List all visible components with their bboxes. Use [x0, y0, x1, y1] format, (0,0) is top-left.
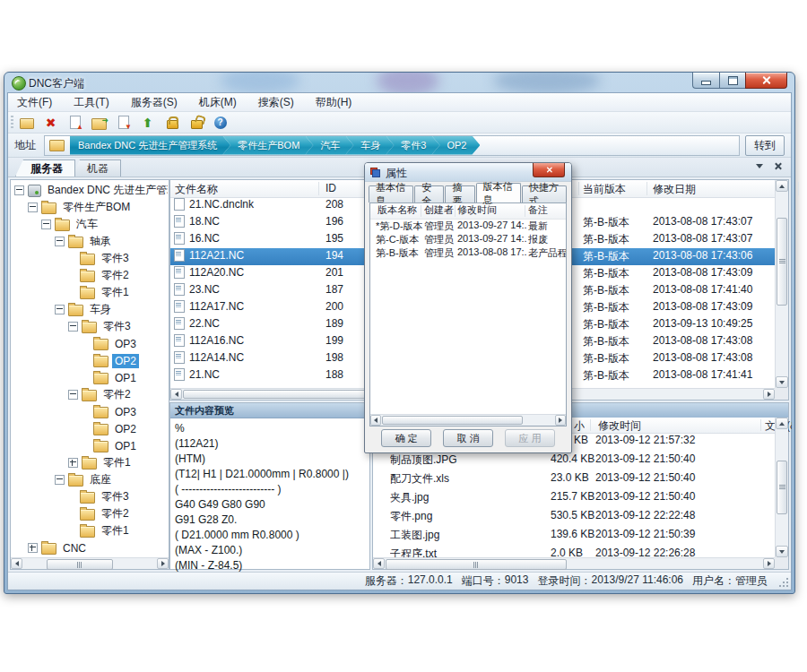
unlock-icon[interactable]: [188, 116, 204, 130]
version-row[interactable]: 第-C-版本管理员2013-09-27 14:...报废: [370, 233, 566, 246]
dialog-tab[interactable]: 基本信息: [369, 185, 413, 202]
scroll-left-icon[interactable]: [11, 558, 22, 569]
tree-item[interactable]: 零件生产BOM: [12, 199, 168, 216]
scroll-right-icon[interactable]: [763, 558, 775, 569]
attachment-row[interactable]: 子程序.txt2.0 KB2013-09-12 22:26:28: [373, 546, 775, 557]
tree-item[interactable]: 轴承: [12, 233, 168, 250]
attachment-row[interactable]: 零件.png530.5 KB2013-09-12 22:22:48: [373, 508, 775, 527]
maximize-button[interactable]: [719, 73, 745, 89]
scroll-up-icon[interactable]: [776, 180, 788, 192]
scrollbar-thumb[interactable]: [777, 218, 787, 306]
tree-expander-icon[interactable]: [41, 220, 51, 229]
scroll-right-icon[interactable]: [157, 558, 169, 569]
scrollbar-thumb[interactable]: [382, 416, 523, 425]
dialog-tab[interactable]: 快捷方式: [522, 185, 567, 202]
scroll-right-icon[interactable]: [555, 415, 566, 426]
go-button[interactable]: 转到: [745, 135, 785, 156]
attachment-hscrollbar[interactable]: [373, 557, 775, 569]
column-header-id[interactable]: ID: [325, 182, 336, 194]
panel-tab[interactable]: 服务器: [15, 159, 75, 177]
scroll-left-icon[interactable]: [373, 558, 385, 569]
new-folder-icon[interactable]: [19, 116, 34, 130]
tree-item[interactable]: 底座: [12, 471, 168, 488]
column-header-date[interactable]: 修改日期: [653, 182, 696, 197]
title-bar[interactable]: DNC客户端: [4, 73, 794, 92]
attachment-row[interactable]: 工装图.jpg139.6 KB2013-09-12 21:50:39: [373, 527, 775, 546]
tree-expander-icon[interactable]: [28, 543, 38, 553]
scroll-left-icon[interactable]: [170, 389, 182, 400]
column-header-note[interactable]: 备注: [528, 203, 566, 217]
close-panel-icon[interactable]: [774, 162, 782, 170]
menu-item[interactable]: 搜索(S): [258, 95, 294, 110]
tree-item[interactable]: 零件2: [12, 267, 168, 284]
tree-item[interactable]: 零件1: [12, 454, 168, 471]
tree-expander-icon[interactable]: [55, 475, 65, 485]
address-field[interactable]: Bandex DNC 先进生产管理系统零件生产BOM汽车车身零件3OP2: [44, 135, 740, 156]
tree-item[interactable]: OP3: [12, 403, 168, 420]
tree-item[interactable]: OP3: [12, 335, 168, 352]
breadcrumb-segment[interactable]: 零件生产BOM: [222, 136, 313, 155]
minimize-button[interactable]: [692, 73, 719, 89]
dialog-tab[interactable]: 安全: [414, 185, 444, 202]
checkout-file-icon[interactable]: [116, 116, 131, 130]
tree-item[interactable]: CNC: [12, 539, 168, 556]
column-header-creator[interactable]: 创建者: [424, 203, 456, 217]
column-header-version-name[interactable]: 版本名称: [377, 203, 424, 217]
scroll-right-icon[interactable]: [763, 389, 775, 400]
lock-icon[interactable]: [164, 116, 179, 130]
tree-hscrollbar[interactable]: [11, 557, 169, 569]
tree-item[interactable]: OP2: [12, 352, 168, 369]
menu-item[interactable]: 文件(F): [17, 95, 52, 110]
scrollbar-thumb[interactable]: [777, 461, 787, 514]
tree-expander-icon[interactable]: [68, 390, 78, 400]
tree-expander-icon[interactable]: [68, 458, 78, 468]
checkin-file-icon[interactable]: [67, 116, 82, 130]
resize-grip-icon[interactable]: [779, 578, 788, 587]
tree-item[interactable]: 零件3: [12, 318, 168, 335]
panel-tab[interactable]: 机器: [72, 159, 121, 177]
open-folder-icon[interactable]: [91, 116, 107, 130]
dialog-tab[interactable]: 摘要: [445, 185, 474, 202]
cancel-button[interactable]: 取 消: [443, 429, 493, 447]
column-header-name[interactable]: 文件名称: [175, 182, 218, 197]
attachment-vscrollbar[interactable]: [775, 418, 788, 557]
close-button[interactable]: [745, 73, 787, 89]
dialog-hscrollbar[interactable]: [370, 414, 566, 426]
tree-item[interactable]: 车身: [12, 301, 168, 318]
tree-item[interactable]: 零件3: [12, 250, 168, 267]
tree-item[interactable]: 汽车: [12, 216, 168, 233]
column-header-version[interactable]: 当前版本: [583, 182, 626, 197]
menu-item[interactable]: 帮助(H): [316, 95, 352, 110]
tree-item[interactable]: 零件3: [12, 488, 168, 505]
tree-expander-icon[interactable]: [68, 322, 78, 332]
menu-item[interactable]: 服务器(S): [131, 95, 178, 110]
tree-item[interactable]: 零件1: [12, 284, 168, 301]
tree-item[interactable]: OP1: [12, 369, 168, 386]
tree-expander-icon[interactable]: [28, 202, 38, 212]
dialog-tab[interactable]: 版本信息: [476, 183, 521, 202]
scrollbar-thumb[interactable]: [47, 559, 113, 570]
version-row[interactable]: 第-B-版本管理员2013-08-08 17:...老产品程序: [370, 246, 566, 260]
help-icon[interactable]: [213, 116, 228, 130]
delete-icon[interactable]: [43, 116, 58, 130]
dialog-close-button[interactable]: [533, 163, 565, 177]
attachment-row[interactable]: 制品顶图.JPG420.4 KB2013-09-12 21:50:40: [373, 452, 775, 470]
attachment-row[interactable]: 夹具.jpg215.7 KB2013-09-12 21:50:40: [373, 489, 775, 508]
version-row[interactable]: *第-D-版本管理员2013-09-27 14:...最新: [370, 220, 566, 233]
tree-item[interactable]: 零件1: [12, 522, 168, 539]
column-header-time[interactable]: 修改时间: [598, 418, 641, 434]
breadcrumb-segment[interactable]: 零件3: [386, 136, 439, 155]
tree-expander-icon[interactable]: [14, 185, 24, 195]
breadcrumb-segment[interactable]: Bandex DNC 先进生产管理系统: [70, 136, 230, 155]
dialog-title-bar[interactable]: 属性: [365, 163, 571, 182]
column-header-size[interactable]: 小: [574, 418, 585, 434]
attachment-row[interactable]: 配刀文件.xls23.0 KB2013-09-12 21:50:40: [373, 470, 775, 489]
tree-item[interactable]: OP1: [12, 437, 168, 454]
menu-item[interactable]: 机床(M): [199, 95, 237, 110]
menu-item[interactable]: 工具(T): [74, 95, 108, 110]
upload-icon[interactable]: [140, 116, 155, 130]
scrollbar-thumb[interactable]: [386, 559, 567, 570]
tree-expander-icon[interactable]: [55, 305, 65, 314]
chevron-down-icon[interactable]: [756, 164, 763, 168]
ok-button[interactable]: 确 定: [381, 429, 431, 447]
